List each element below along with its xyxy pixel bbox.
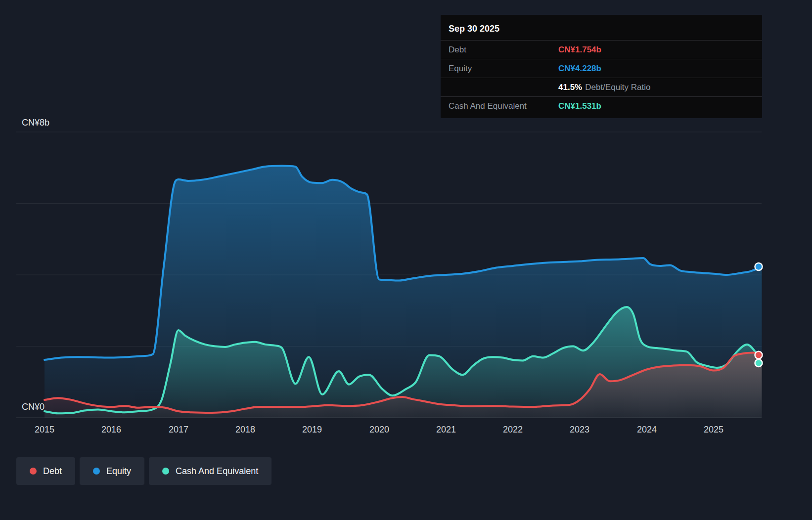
tooltip-cash-value: CN¥1.531b: [558, 101, 601, 111]
tooltip-date: Sep 30 2025: [441, 18, 762, 40]
x-tick-2025: 2025: [704, 425, 723, 435]
x-tick-2024: 2024: [637, 425, 657, 435]
y-axis-label-bottom: CN¥0: [22, 402, 45, 412]
tooltip-debt-value: CN¥1.754b: [558, 44, 601, 55]
tooltip: Sep 30 2025 Debt CN¥1.754b Equity CN¥4.2…: [441, 15, 762, 118]
cash-dot-icon: [162, 468, 169, 475]
x-tick-2018: 2018: [235, 425, 255, 435]
x-tick-2016: 2016: [101, 425, 121, 435]
legend-cash-label: Cash And Equivalent: [176, 466, 258, 477]
tooltip-cash-label: Cash And Equivalent: [449, 101, 558, 111]
legend-item-debt[interactable]: Debt: [16, 457, 75, 485]
x-tick-2020: 2020: [369, 425, 389, 435]
tooltip-ratio: 41.5%Debt/Equity Ratio: [558, 82, 651, 92]
legend-item-equity[interactable]: Equity: [80, 457, 144, 485]
legend: Debt Equity Cash And Equivalent: [16, 457, 271, 485]
x-tick-2019: 2019: [302, 425, 322, 435]
series-endpoint-marker: [755, 359, 763, 367]
tooltip-row-debt: Debt CN¥1.754b: [441, 40, 762, 59]
series-endpoint-marker: [755, 351, 763, 359]
x-tick-2022: 2022: [503, 425, 523, 435]
legend-equity-label: Equity: [106, 466, 131, 477]
tooltip-row-cash: Cash And Equivalent CN¥1.531b: [441, 96, 762, 115]
debt-dot-icon: [30, 468, 37, 475]
legend-item-cash[interactable]: Cash And Equivalent: [149, 457, 271, 485]
tooltip-row-equity: Equity CN¥4.228b: [441, 59, 762, 78]
tooltip-row-ratio: 41.5%Debt/Equity Ratio: [441, 78, 762, 96]
x-tick-2015: 2015: [35, 425, 54, 435]
equity-dot-icon: [93, 468, 100, 475]
legend-debt-label: Debt: [43, 466, 62, 477]
x-tick-2021: 2021: [436, 425, 456, 435]
x-axis: 2015 2016 2017 2018 2019 2020 2021 2022 …: [0, 425, 812, 437]
tooltip-ratio-label: Debt/Equity Ratio: [585, 83, 650, 92]
x-tick-2023: 2023: [570, 425, 589, 435]
tooltip-ratio-value: 41.5%: [558, 83, 582, 92]
tooltip-equity-value: CN¥4.228b: [558, 63, 601, 74]
series-endpoint-marker: [755, 263, 763, 270]
y-axis-label-top: CN¥8b: [22, 118, 49, 128]
x-tick-2017: 2017: [169, 425, 188, 435]
tooltip-equity-label: Equity: [449, 63, 558, 74]
tooltip-debt-label: Debt: [449, 44, 558, 55]
